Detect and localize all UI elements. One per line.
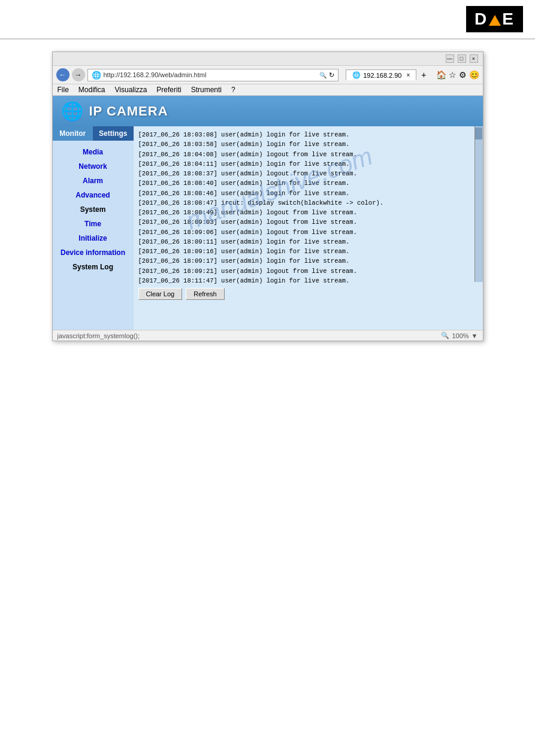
main-content: [2017_06_26 18:03:08] user(admin) login … bbox=[134, 126, 483, 330]
log-entry: [2017_06_26 18:08:40] user(admin) login … bbox=[138, 178, 478, 188]
log-entry: [2017_06_26 18:09:21] user(admin) logout… bbox=[138, 266, 478, 276]
dse-logo: DE bbox=[466, 6, 523, 32]
nav-alarm[interactable]: Alarm bbox=[53, 174, 134, 188]
menu-preferiti[interactable]: Preferiti bbox=[156, 86, 181, 94]
button-row: Clear Log Refresh bbox=[136, 284, 480, 303]
log-entry: [2017_06_26 18:09:03] user(admin) logout… bbox=[138, 217, 478, 227]
search-icon: 🔍 bbox=[319, 72, 327, 78]
tab-label: 192.168.2.90 bbox=[363, 72, 401, 79]
camera-ui: 🌐 IP CAMERA Monitor Settings Media Netwo… bbox=[53, 96, 483, 330]
refresh-button[interactable]: Refresh bbox=[186, 288, 225, 300]
back-button[interactable]: ← bbox=[56, 68, 69, 81]
log-entry: [2017_06_26 18:03:58] user(admin) login … bbox=[138, 139, 478, 149]
star-icon[interactable]: ☆ bbox=[449, 70, 457, 80]
tab-settings[interactable]: Settings bbox=[93, 126, 134, 141]
address-bar[interactable]: 🌐 http://192.168.2.90/web/admin.html 🔍 ↻ bbox=[87, 69, 339, 81]
zoom-level: 100% bbox=[452, 332, 468, 339]
menu-modifica[interactable]: Modifica bbox=[78, 86, 105, 94]
log-entry: [2017_06_26 18:09:11] user(admin) login … bbox=[138, 237, 478, 247]
menu-file[interactable]: File bbox=[58, 86, 69, 94]
user-icon[interactable]: 😊 bbox=[469, 70, 479, 80]
log-entry: [2017_06_26 18:09:06] user(admin) logout… bbox=[138, 227, 478, 237]
active-tab[interactable]: 🌐 192.168.2.90 × bbox=[346, 69, 416, 80]
tab-close-icon[interactable]: × bbox=[406, 72, 410, 78]
scrollbar-thumb[interactable] bbox=[475, 127, 482, 139]
clear-log-button[interactable]: Clear Log bbox=[138, 288, 183, 300]
page-wrapper: DE — □ × ← → 🌐 http://192.168.2.90/web/a… bbox=[0, 0, 535, 341]
browser-titlebar: — □ × bbox=[53, 52, 483, 66]
log-entry: [2017_06_26 18:08:49] user(admin) logout… bbox=[138, 208, 478, 217]
tab-bar: 🌐 192.168.2.90 × + bbox=[346, 69, 430, 81]
left-nav: Monitor Settings Media Network Alarm Adv… bbox=[53, 126, 134, 330]
maximize-button[interactable]: □ bbox=[458, 54, 466, 63]
status-text: javascript:form_systemlog(); bbox=[58, 332, 140, 339]
url-text: http://192.168.2.90/web/admin.html bbox=[104, 71, 318, 78]
refresh-icon[interactable]: ↻ bbox=[329, 71, 334, 79]
nav-network[interactable]: Network bbox=[53, 159, 134, 174]
log-entry: [2017_06_26 18:11:47] user(admin) login … bbox=[138, 276, 478, 284]
nav-media[interactable]: Media bbox=[53, 145, 134, 159]
tab-monitor[interactable]: Monitor bbox=[53, 126, 93, 141]
camera-header: 🌐 IP CAMERA bbox=[53, 96, 483, 126]
nav-tab-row: Monitor Settings bbox=[53, 126, 134, 141]
camera-title: IP CAMERA bbox=[89, 104, 168, 119]
camera-globe-icon: 🌐 bbox=[61, 101, 83, 122]
nav-initialize[interactable]: Initialize bbox=[53, 231, 134, 245]
menu-help[interactable]: ? bbox=[231, 86, 235, 94]
zoom-icon: 🔍 bbox=[441, 332, 449, 339]
log-area: [2017_06_26 18:03:08] user(admin) login … bbox=[136, 129, 480, 284]
log-entry: [2017_06_26 18:09:17] user(admin) login … bbox=[138, 256, 478, 266]
scrollbar[interactable] bbox=[474, 126, 483, 282]
new-tab-button[interactable]: + bbox=[418, 69, 430, 81]
page-header: DE bbox=[0, 0, 535, 40]
log-entry: [2017_06_26 18:08:37] user(admin) logout… bbox=[138, 169, 478, 178]
log-entry: [2017_06_26 18:08:47] ircut: display swi… bbox=[138, 198, 478, 208]
zoom-dropdown-icon[interactable]: ▼ bbox=[471, 332, 478, 339]
orange-triangle-icon bbox=[489, 15, 501, 26]
log-entry: [2017_06_26 18:08:46] user(admin) login … bbox=[138, 189, 478, 198]
forward-button[interactable]: → bbox=[72, 68, 85, 81]
browser-statusbar: javascript:form_systemlog(); 🔍 100% ▼ bbox=[53, 330, 483, 341]
close-button[interactable]: × bbox=[470, 54, 478, 63]
tab-favicon: 🌐 bbox=[352, 71, 361, 79]
nav-device-information[interactable]: Device information bbox=[53, 245, 134, 260]
nav-advanced[interactable]: Advanced bbox=[53, 188, 134, 202]
camera-body: Monitor Settings Media Network Alarm Adv… bbox=[53, 126, 483, 330]
browser-window: — □ × ← → 🌐 http://192.168.2.90/web/admi… bbox=[52, 51, 483, 341]
log-entry: [2017_06_26 18:04:08] user(admin) logout… bbox=[138, 150, 478, 159]
log-entry: [2017_06_26 18:09:16] user(admin) login … bbox=[138, 247, 478, 256]
log-entry: [2017_06_26 18:03:08] user(admin) login … bbox=[138, 130, 478, 139]
home-icon[interactable]: 🏠 bbox=[436, 70, 446, 80]
nav-section: Media Network Alarm Advanced System Time… bbox=[53, 142, 134, 277]
gear-icon[interactable]: ⚙ bbox=[459, 70, 467, 80]
zoom-info: 🔍 100% ▼ bbox=[441, 332, 477, 339]
nav-time[interactable]: Time bbox=[53, 217, 134, 231]
nav-system-log[interactable]: System Log bbox=[53, 260, 134, 274]
log-entry: [2017_06_26 18:04:11] user(admin) login … bbox=[138, 159, 478, 169]
nav-system[interactable]: System bbox=[53, 202, 134, 217]
menu-visualizza[interactable]: Visualizza bbox=[115, 86, 147, 94]
browser-toolbar: ← → 🌐 http://192.168.2.90/web/admin.html… bbox=[53, 66, 483, 84]
address-globe-icon: 🌐 bbox=[92, 71, 101, 80]
menu-strumenti[interactable]: Strumenti bbox=[191, 86, 222, 94]
minimize-button[interactable]: — bbox=[446, 54, 454, 63]
browser-menubar: File Modifica Visualizza Preferiti Strum… bbox=[53, 84, 483, 96]
